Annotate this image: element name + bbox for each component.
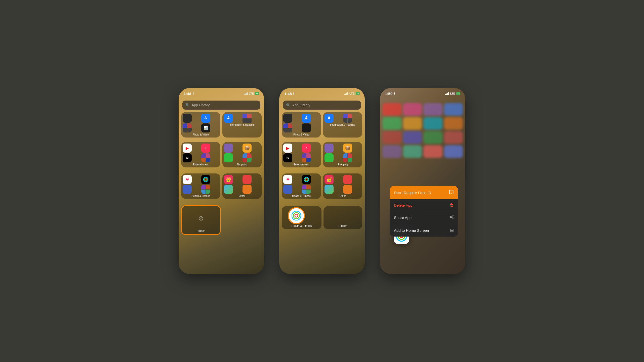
folder-entertainment-1[interactable]: ▶ ♪ tv Entertainment: [181, 142, 220, 167]
health-icon-highlighted-2: [289, 208, 304, 223]
svg-point-7: [293, 213, 299, 219]
folder-entertainment-2[interactable]: ▶ ♪ tv Entertainment: [282, 142, 321, 167]
search-placeholder-1: App Library: [192, 103, 210, 107]
app-appletv-1: tv: [183, 153, 192, 162]
app-mini-health-1: [201, 185, 210, 194]
app-dark2-2: [302, 123, 311, 132]
svg-point-2: [205, 179, 207, 180]
folder-other-1[interactable]: 👑 Other: [222, 173, 262, 199]
search-placeholder-2: App Library: [292, 103, 310, 107]
app-health-2: ❤: [283, 175, 292, 184]
folder-health-1[interactable]: ❤ Health & Fitness: [181, 173, 220, 199]
search-bar-2[interactable]: 🔍 App Library: [283, 101, 361, 110]
folder-hidden-2[interactable]: Hidden: [324, 206, 362, 229]
folder-label-other-1: Other: [224, 195, 260, 197]
location-icon-1: ⬆: [192, 92, 194, 95]
status-bar-1: 1:48 ⬆ LTE 79: [179, 88, 264, 99]
network-type-3: LTE: [450, 92, 455, 95]
app-mini-info-2: [343, 114, 352, 123]
signal-bars-3: [445, 92, 449, 95]
battery-2: 79: [356, 92, 360, 95]
context-menu-item-add[interactable]: Add to Home Screen ⊞: [390, 224, 458, 237]
phone-1: 1:48 ⬆ LTE 79 🔍 App Library: [179, 88, 264, 274]
phone-3: 1:50 ⬆ LTE 72 Don't Require Face ID: [380, 88, 465, 274]
app-mini-shop-1: [243, 153, 252, 162]
status-time-3: 1:50 ⬆: [385, 92, 395, 96]
app-photo-video-1: [183, 114, 192, 123]
search-icon-2: 🔍: [286, 103, 290, 107]
context-menu-item-faceid[interactable]: Don't Require Face ID: [390, 186, 458, 199]
app-purple-1: [224, 144, 233, 153]
context-menu: Don't Require Face ID Delete App 🗑 Shar: [390, 186, 458, 237]
folder-photo-video-2[interactable]: A Photo & Video: [282, 112, 321, 138]
folder-info-reading-2[interactable]: A Information & Reading: [323, 112, 362, 138]
location-icon-2: ⬆: [293, 92, 295, 95]
trash-icon: 🗑: [450, 203, 454, 207]
folder-health-fitness-2[interactable]: Health & Fitness: [282, 206, 321, 229]
svg-point-5: [306, 179, 307, 180]
app-youtube-1: ▶: [183, 144, 192, 153]
status-bar-2: 1:48 ⬆ LTE 79: [279, 88, 365, 99]
app-appstore-2c: A: [325, 114, 334, 123]
app-activity-2: [302, 175, 311, 184]
faceid-label: Don't Require Face ID: [394, 191, 431, 195]
hidden-icon-2: [326, 208, 360, 223]
folder-label-hidden-2: Hidden: [326, 224, 360, 227]
location-icon-3: ⬆: [393, 92, 395, 95]
app-green-2: [325, 153, 334, 162]
status-bar-3: 1:50 ⬆ LTE 72: [380, 88, 465, 99]
app-purple-2: [325, 144, 334, 153]
folder-label-health-1: Health & Fitness: [183, 195, 219, 197]
folder-shopping-2[interactable]: 📦 Shopping: [323, 142, 362, 167]
folder-label-info-1: Information & Reading: [224, 123, 260, 126]
app-orange-1: [243, 185, 252, 194]
app-maps-2: [325, 185, 334, 194]
battery-1: 79: [255, 92, 259, 95]
plus-square-icon: ⊞: [450, 228, 454, 233]
status-time-1: 1:48 ⬆: [184, 92, 194, 96]
hidden-icon-1: ⊘: [184, 208, 218, 228]
network-type-1: LTE: [249, 92, 254, 95]
folder-info-reading-1[interactable]: A Information & Reading: [222, 112, 262, 138]
folder-label-photo-2: Photo & Video: [283, 133, 319, 136]
search-icon-1: 🔍: [185, 103, 190, 107]
app-red-2: [343, 175, 352, 184]
search-bar-1[interactable]: 🔍 App Library: [182, 101, 260, 110]
folder-shopping-1[interactable]: 📦 Shopping: [222, 142, 262, 167]
share-icon: [449, 215, 454, 220]
context-menu-item-delete[interactable]: Delete App 🗑: [390, 199, 458, 211]
folder-label-hidden-1: Hidden: [184, 229, 218, 232]
share-label: Share App: [394, 215, 412, 220]
network-type-2: LTE: [349, 92, 354, 95]
signal-bars-1: [244, 92, 248, 95]
folder-label-info-2: Information & Reading: [325, 123, 361, 126]
app-blue-2: [283, 185, 292, 194]
app-youtube-2: ▶: [283, 144, 292, 153]
app-orange-2: [343, 185, 352, 194]
folder-other-2[interactable]: 👑 Other: [323, 173, 362, 199]
folder-label-health-fitness-2: Health & Fitness: [284, 224, 319, 227]
app-green-1: [224, 153, 233, 162]
context-menu-item-share[interactable]: Share App: [390, 211, 458, 224]
folder-label-health-2: Health & Fitness: [283, 195, 319, 197]
app-blue-1: [183, 185, 192, 194]
app-appstore-2: A: [224, 114, 233, 123]
folder-label-ent-2: Entertainment: [283, 163, 319, 166]
health-heart-icon-2: [289, 208, 304, 223]
app-health-1: ❤: [183, 175, 192, 184]
folder-hidden-1[interactable]: ⊘ Hidden: [181, 205, 221, 235]
svg-point-8: [295, 214, 298, 217]
app-mini-health-2: [302, 185, 311, 194]
folder-label-shop-1: Shopping: [224, 163, 260, 166]
status-time-2: 1:48 ⬆: [284, 92, 295, 96]
app-maps-1: [224, 185, 233, 194]
app-red-1: [243, 175, 252, 184]
battery-3: 72: [456, 92, 460, 95]
folder-health-2[interactable]: ❤ Health & Fitness: [282, 173, 321, 199]
app-game-1: 👑: [224, 175, 233, 184]
app-mini-ent-1: [201, 153, 210, 162]
status-icons-3: LTE 72: [445, 92, 460, 95]
phone-2: 1:48 ⬆ LTE 79 🔍 App Library: [279, 88, 365, 274]
folder-label-other-2: Other: [325, 195, 361, 197]
folder-photo-video-1[interactable]: A 📊 Photo & Video: [181, 112, 220, 138]
